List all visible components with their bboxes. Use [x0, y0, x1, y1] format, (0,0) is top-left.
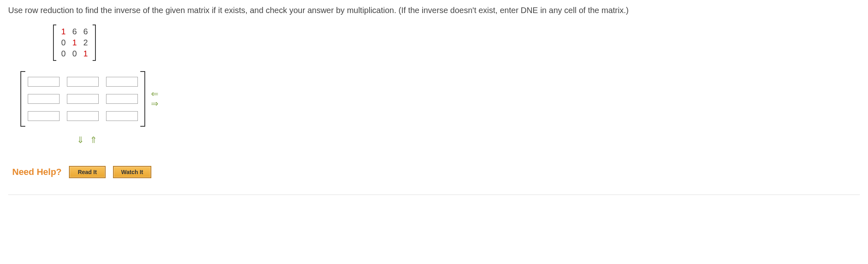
given-matrix: 1 6 6 0 1 2 0 0 1 — [53, 25, 96, 63]
matrix-table: 1 6 6 0 1 2 0 0 1 — [58, 26, 91, 59]
answer-cell-input[interactable] — [28, 111, 60, 121]
matrix-cell: 1 — [69, 37, 80, 48]
answer-matrix: ⇐ ⇒ — [20, 71, 860, 127]
question-text: Use row reduction to find the inverse of… — [8, 4, 860, 16]
matrix-cell: 0 — [58, 37, 69, 48]
matrix-cell: 6 — [80, 26, 91, 37]
resize-arrows-horizontal[interactable]: ⇐ ⇒ — [151, 89, 158, 108]
matrix-row: 0 1 2 — [58, 37, 91, 48]
matrix-cell: 0 — [69, 48, 80, 59]
need-help-row: Need Help? Read It Watch It — [12, 166, 860, 178]
answer-cell-input[interactable] — [106, 94, 138, 104]
answer-cell-input[interactable] — [67, 111, 99, 121]
bracket-right — [93, 25, 96, 61]
answer-cell-input[interactable] — [28, 94, 60, 104]
matrix-cell: 2 — [80, 37, 91, 48]
matrix-cell: 6 — [69, 26, 80, 37]
arrow-up-icon: ⇑ — [90, 135, 99, 145]
watch-it-button[interactable]: Watch It — [113, 166, 151, 178]
answer-cell-input[interactable] — [67, 94, 99, 104]
bracket-left — [53, 25, 56, 61]
matrix-row: 1 6 6 — [58, 26, 91, 37]
answer-cell-input[interactable] — [28, 77, 60, 87]
matrix-cell: 0 — [58, 48, 69, 59]
bracket-right — [140, 71, 145, 127]
matrix-cell: 1 — [58, 26, 69, 37]
answer-cell-input[interactable] — [106, 111, 138, 121]
matrix-row: 0 0 1 — [58, 48, 91, 59]
resize-arrows-vertical[interactable]: ⇓ ⇑ — [77, 135, 860, 145]
matrix-cell: 1 — [80, 48, 91, 59]
bracket-left — [20, 71, 25, 127]
answer-cell-input[interactable] — [106, 77, 138, 87]
arrow-left-icon: ⇐ — [151, 89, 158, 98]
arrow-right-icon: ⇒ — [151, 99, 158, 108]
need-help-label: Need Help? — [12, 167, 62, 177]
divider — [8, 195, 860, 195]
arrow-down-icon: ⇓ — [77, 135, 86, 145]
read-it-button[interactable]: Read It — [69, 166, 106, 178]
answer-cell-input[interactable] — [67, 77, 99, 87]
answer-grid — [25, 71, 140, 127]
